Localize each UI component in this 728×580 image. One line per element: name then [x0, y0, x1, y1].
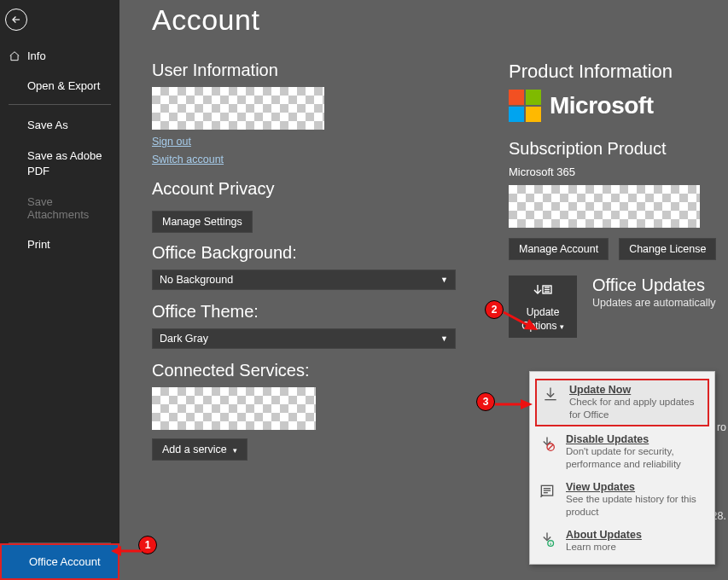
sign-out-link[interactable]: Sign out	[152, 136, 191, 148]
connected-heading: Connected Services:	[152, 361, 459, 380]
add-service-label: Add a service	[162, 444, 227, 455]
user-info-image	[152, 87, 324, 130]
background-heading: Office Background:	[152, 243, 459, 263]
nav-save-as[interactable]: Save As	[0, 110, 119, 140]
separator	[9, 104, 111, 105]
office-updates-subtitle: Updates are automatically	[592, 297, 716, 309]
disable-icon	[539, 435, 556, 452]
theme-dropdown[interactable]: Dark Gray ▼	[152, 328, 456, 349]
svg-marker-18	[521, 399, 533, 409]
menu-disable-title: Disable Updates	[566, 433, 706, 445]
microsoft-brand: Microsoft	[509, 90, 728, 122]
menu-view-updates[interactable]: View Updates See the update history for …	[530, 476, 714, 524]
menu-update-now-title: Update Now	[569, 384, 702, 396]
subscription-name: Microsoft 365	[509, 165, 728, 178]
microsoft-logo-icon	[509, 90, 541, 122]
nav-print-label: Print	[27, 238, 50, 251]
page-title: Account	[152, 3, 728, 37]
user-info-heading: User Information	[152, 61, 459, 80]
left-column: User Information Sign out Switch account…	[152, 61, 459, 461]
nav-office-account[interactable]: Office Account	[0, 543, 119, 580]
chevron-down-icon: ▼	[440, 334, 448, 343]
svg-line-15	[504, 312, 529, 326]
nav-open-export[interactable]: Open & Export	[0, 71, 119, 101]
nav-save-attachments: Save Attachments	[0, 187, 119, 229]
menu-disable-updates[interactable]: Disable Updates Don't update for securit…	[530, 428, 714, 476]
menu-about-updates[interactable]: About Updates Learn more	[530, 524, 714, 559]
menu-about-title: About Updates	[566, 529, 642, 541]
nav-save-as-label: Save As	[27, 119, 68, 131]
history-icon	[539, 483, 556, 500]
background-value: No Background	[160, 274, 233, 286]
annotation-arrow-2	[500, 309, 539, 334]
product-info-heading: Product Information	[509, 61, 728, 83]
back-button[interactable]	[5, 9, 27, 31]
chevron-down-icon: ▾	[233, 446, 237, 455]
svg-marker-14	[111, 546, 121, 556]
nav-save-adobe-label: Save as Adobe PDF	[27, 148, 109, 178]
manage-account-button[interactable]: Manage Account	[509, 238, 609, 260]
office-updates-title: Office Updates	[592, 276, 716, 295]
change-license-button[interactable]: Change License	[619, 238, 716, 260]
menu-about-desc: Learn more	[566, 541, 642, 554]
background-dropdown[interactable]: No Background ▼	[152, 270, 456, 290]
home-icon	[9, 50, 20, 62]
nav-open-export-label: Open & Export	[27, 79, 100, 92]
annotation-arrow-1	[111, 542, 143, 560]
update-options-menu: Update Now Check for and apply updates f…	[529, 371, 715, 565]
microsoft-wordmark: Microsoft	[550, 92, 654, 119]
backstage-sidebar: Info Open & Export Save As Save as Adobe…	[0, 0, 119, 580]
menu-update-now-desc: Check for and apply updates for Office	[569, 396, 702, 421]
connected-image	[152, 387, 316, 430]
privacy-heading: Account Privacy	[152, 179, 459, 199]
menu-view-desc: See the update history for this product	[566, 493, 706, 519]
subscription-heading: Subscription Product	[509, 139, 728, 159]
update-download-icon	[532, 282, 554, 303]
truncated-text: ro	[717, 421, 726, 433]
arrow-left-icon	[10, 14, 22, 26]
download-icon	[542, 386, 559, 403]
nav-info[interactable]: Info	[0, 41, 119, 71]
switch-account-link[interactable]: Switch account	[152, 154, 224, 165]
theme-value: Dark Gray	[160, 333, 208, 345]
manage-settings-button[interactable]: Manage Settings	[152, 211, 253, 233]
menu-update-now[interactable]: Update Now Check for and apply updates f…	[535, 379, 709, 426]
chevron-down-icon: ▾	[560, 322, 564, 331]
theme-heading: Office Theme:	[152, 302, 459, 322]
nav-print[interactable]: Print	[0, 229, 119, 259]
nav-save-adobe[interactable]: Save as Adobe PDF	[0, 140, 119, 187]
menu-disable-desc: Don't update for security, performance a…	[566, 445, 706, 471]
menu-view-title: View Updates	[566, 481, 706, 493]
annotation-arrow-3	[492, 397, 534, 411]
nav-info-label: Info	[27, 49, 46, 62]
subscription-image	[509, 185, 700, 228]
chevron-down-icon: ▼	[440, 276, 448, 284]
svg-line-5	[548, 444, 553, 450]
info-icon	[539, 531, 556, 548]
nav-office-account-label: Office Account	[29, 555, 101, 568]
add-service-button[interactable]: Add a service ▾	[152, 438, 248, 461]
nav-save-attachments-label: Save Attachments	[27, 195, 109, 221]
